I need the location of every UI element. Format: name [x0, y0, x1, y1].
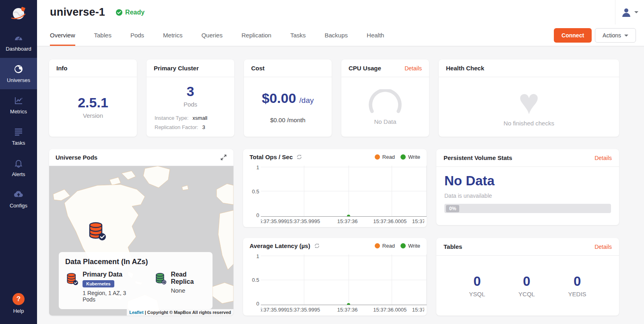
pods-count: 3 — [187, 84, 194, 99]
primary-cluster-card: Primary Cluster 3 Pods Instance Type: xs… — [147, 59, 234, 137]
health-empty-text: No finished checks — [504, 120, 554, 127]
title-row: universe-1 Ready — [37, 0, 644, 25]
actions-label: Actions — [603, 32, 621, 39]
cost-unit: /day — [299, 96, 314, 105]
tables-details-link[interactable]: Details — [594, 244, 612, 250]
yugabyte-logo[interactable] — [0, 0, 37, 27]
y-tick: 0 — [256, 212, 259, 218]
y-tick: 1 — [256, 253, 259, 259]
sidebar-item-label: Configs — [10, 203, 27, 209]
primary-data-meta: 1 Region, 1 AZ, 3 Pods — [83, 290, 133, 303]
question-icon: ? — [12, 293, 25, 305]
primary-data-block: Primary Data Kubernetes 1 Region, 1 AZ, … — [65, 271, 133, 303]
ycql-label: YCQL — [518, 291, 535, 297]
tab-backups[interactable]: Backups — [325, 25, 348, 46]
chart-legend: Read Write — [375, 243, 420, 249]
legend-write-label: Write — [408, 243, 420, 249]
pvs-progress-value: 0% — [446, 205, 459, 212]
refresh-icon[interactable] — [296, 154, 302, 160]
cluster-meta: Instance Type: xsmall Replication Factor… — [147, 108, 234, 136]
actions-button[interactable]: Actions — [595, 28, 636, 43]
chart-trend-icon — [13, 95, 24, 106]
topbar: universe-1 Ready Overview Tables Pods Me… — [37, 0, 644, 46]
replica-database-icon — [154, 271, 167, 286]
sidebar: Dashboard Universes Metrics Tasks Alerts — [0, 0, 37, 324]
legend-read: Read — [375, 154, 395, 160]
x-tick: 15:37:35.9995 — [287, 218, 320, 224]
x-tick: 15:37:36 — [337, 218, 358, 224]
sidebar-item-alerts[interactable]: Alerts — [0, 152, 37, 183]
ysql-label: YSQL — [469, 291, 485, 297]
write-data-point — [347, 215, 350, 217]
refresh-icon[interactable] — [314, 243, 320, 249]
sidebar-item-metrics[interactable]: Metrics — [0, 89, 37, 121]
legend-write-label: Write — [408, 154, 420, 160]
sidebar-item-label: Help — [13, 308, 24, 314]
cpu-details-link[interactable]: Details — [405, 65, 422, 72]
cloud-upload-icon — [13, 189, 24, 200]
world-map[interactable]: Data Placement (In AZs) — [49, 166, 233, 316]
heart-icon: ♥ — [518, 88, 539, 116]
x-tick: 15:37:35.9995 — [287, 307, 320, 313]
data-placement-panel: Data Placement (In AZs) — [59, 252, 213, 309]
legend-read-label: Read — [382, 154, 395, 160]
tab-tasks[interactable]: Tasks — [290, 25, 305, 46]
read-dot-icon — [375, 154, 380, 160]
replication-factor-label: Replication Factor: — [155, 124, 198, 130]
charts-column: Total Ops / Sec Read — [243, 149, 427, 316]
card-title: Tables — [444, 243, 462, 250]
status-badge: Ready — [116, 9, 144, 16]
tab-overview[interactable]: Overview — [50, 25, 75, 46]
tables-card: Tables Details 0 YSQL 0 YCQL — [436, 238, 619, 316]
avg-latency-card: Average Latency (µs) Read — [243, 238, 427, 316]
sidebar-item-label: Alerts — [12, 171, 25, 177]
plot-grid — [261, 254, 427, 305]
sidebar-item-help[interactable]: ? Help — [0, 288, 37, 319]
yedis-count: 0 — [574, 274, 581, 289]
tab-health[interactable]: Health — [367, 25, 384, 46]
legend-write: Write — [400, 243, 420, 249]
chart-title: Average Latency (µs) — [250, 242, 310, 249]
ysql-stat: 0 YSQL — [469, 274, 485, 297]
check-circle-icon — [116, 9, 123, 16]
sidebar-item-dashboard[interactable]: Dashboard — [0, 27, 37, 58]
sidebar-item-tasks[interactable]: Tasks — [0, 121, 37, 152]
card-title: Persistent Volume Stats — [444, 154, 512, 161]
pvs-details-link[interactable]: Details — [594, 155, 612, 161]
legend-read: Read — [375, 243, 395, 249]
cost-per-day: $0.00 — [262, 90, 296, 106]
universe-pods-card: Universe Pods — [49, 149, 233, 316]
card-title: Health Check — [446, 65, 484, 72]
sidebar-item-label: Universes — [7, 77, 30, 83]
sidebar-item-label: Metrics — [10, 109, 27, 115]
status-text: Ready — [125, 9, 144, 16]
connect-button[interactable]: Connect — [554, 28, 592, 43]
yedis-label: YEDIS — [568, 291, 586, 297]
cpu-empty-text: No Data — [374, 118, 396, 125]
tab-replication[interactable]: Replication — [242, 25, 271, 46]
tab-tables[interactable]: Tables — [94, 25, 111, 46]
card-title: Info — [56, 65, 68, 72]
x-tick: 15:37:36.0005 — [373, 307, 407, 313]
ysql-count: 0 — [473, 274, 481, 289]
expand-icon[interactable] — [220, 154, 227, 161]
cost-card: Cost $0.00 /day $0.00 /month — [244, 59, 332, 137]
x-tick: 5:37:35.999 — [261, 218, 287, 224]
stats-column: Persistent Volume Stats Details No Data … — [436, 149, 619, 316]
chart-plot-area: 1 0.5 0 — [243, 165, 427, 217]
read-replica-block: Read Replica None — [154, 271, 206, 303]
user-menu[interactable] — [615, 0, 644, 25]
y-tick: 0 — [256, 301, 259, 307]
primary-cluster-map-marker[interactable] — [87, 221, 107, 242]
tab-queries[interactable]: Queries — [201, 25, 223, 46]
ycql-stat: 0 YCQL — [518, 274, 535, 297]
data-placement-title: Data Placement (In AZs) — [65, 258, 206, 266]
x-tick: 5:37:35.999 — [261, 307, 287, 313]
legend-read-label: Read — [382, 243, 395, 249]
app-root: Dashboard Universes Metrics Tasks Alerts — [0, 0, 644, 324]
tab-metrics[interactable]: Metrics — [163, 25, 182, 46]
sidebar-item-universes[interactable]: Universes — [0, 58, 37, 89]
leaflet-link[interactable]: Leaflet — [129, 310, 143, 315]
sidebar-item-configs[interactable]: Configs — [0, 183, 37, 215]
tab-pods[interactable]: Pods — [130, 25, 144, 46]
